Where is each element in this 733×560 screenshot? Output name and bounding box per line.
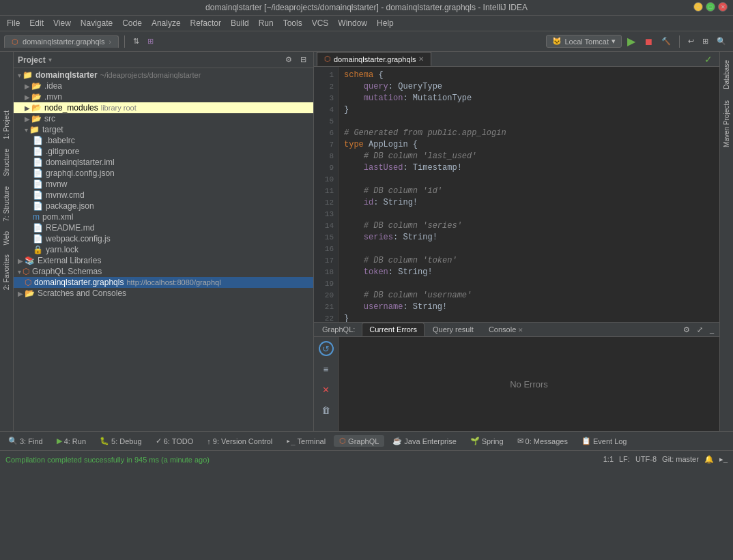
close-button[interactable]: ✕ [718,2,728,12]
tree-item-pom-xml[interactable]: m pom.xml [14,211,313,222]
status-tab-vcs[interactable]: ↑ 9: Version Control [201,436,278,447]
toolbar-vcs2-btn[interactable]: ⊞ [145,35,156,47]
maximize-button[interactable]: □ [706,2,715,12]
tree-item-mvnw-cmd[interactable]: 📄 mvnw.cmd [14,190,313,201]
menu-refactor[interactable]: Refactor [186,17,225,29]
code-line-20: # DB column 'username' [344,290,714,301]
tree-item-readme[interactable]: 📄 README.md [14,222,313,233]
code-line-16 [344,244,714,255]
tree-root[interactable]: ▾ 📁 domainqlstarter ~/ideaprojects/domai… [14,70,313,80]
find-icon: 🔍 [8,437,18,445]
side-tab-web[interactable]: Web [1,227,12,249]
toolbar-search-btn[interactable]: 🔍 [714,35,729,47]
tree-item-graphql-config[interactable]: 📄 graphql.config.json [14,168,313,179]
status-tab-find[interactable]: 🔍 3: Find [3,435,48,447]
menu-edit[interactable]: Edit [25,17,48,29]
run-config-label: Local Tomcat [564,38,609,46]
menu-run[interactable]: Run [255,17,278,29]
code-line-13 [344,209,714,220]
side-tab-project[interactable]: 1: Project [1,106,12,143]
code-content[interactable]: schema { query: QueryType mutation: Muta… [339,67,719,322]
menu-file[interactable]: File [3,17,24,29]
menu-help[interactable]: Help [373,17,398,29]
tree-item-src[interactable]: ▶ 📂 src [14,113,313,124]
toolbar-separator-2 [679,35,680,48]
status-tab-graphql[interactable]: ⬡ GraphQL [334,435,384,447]
vcs-icon: ↑ [207,437,211,445]
java-icon: ☕ [392,437,402,445]
tree-item-external-libs[interactable]: ▶ 📚 External Libraries [14,255,313,266]
code-line-11: # DB column 'id' [344,186,714,197]
run-config-dropdown[interactable]: 🐱 Local Tomcat ▾ [546,35,622,48]
bottom-settings-btn[interactable]: ⚙ [680,324,693,336]
status-message: Compilation completed successfully in 94… [5,456,598,464]
tree-item-mvn[interactable]: ▶ 📂 .mvn [14,91,313,102]
status-tab-event-log[interactable]: 📋 Event Log [576,435,633,447]
menu-code[interactable]: Code [118,17,146,29]
project-label: Project [18,55,46,65]
status-tab-todo[interactable]: ✓ 6: TODO [150,435,199,447]
refresh-button[interactable]: ↺ [319,341,334,356]
tree-item-graphql-schemas[interactable]: ▾ ⬡ GraphQL Schemas [14,266,313,277]
status-tab-spring[interactable]: 🌱 Spring [465,435,509,447]
stop-button[interactable]: ⏹ [641,35,656,48]
menu-vcs[interactable]: VCS [308,17,333,29]
toolbar-vcs-btn[interactable]: ⇅ [130,35,142,47]
tree-item-package-json[interactable]: 📄 package.json [14,201,313,211]
minimize-button[interactable]: − [693,2,703,12]
toolbar-layout-btn[interactable]: ⊞ [700,35,711,47]
editor-tab-bar: ⬡ domainqlstarter.graphqls ✕ ✓ [314,52,719,67]
status-tab-terminal[interactable]: ▸_ Terminal [281,435,331,447]
tree-item-idea[interactable]: ▶ 📂 .idea [14,80,313,91]
toolbar-undo-btn[interactable]: ↩ [685,35,697,47]
menu-window[interactable]: Window [334,17,371,29]
menu-tools[interactable]: Tools [279,17,306,29]
code-line-3: mutation: MutationType [344,93,714,104]
file-toolbar-tab[interactable]: ⬡ domainqlstarter.graphqls › [4,35,119,48]
app-title: domainqlstarter [~/ideaprojects/domainql… [205,3,528,12]
status-tab-messages[interactable]: ✉ 0: Messages [512,435,573,447]
tree-item-node-modules[interactable]: ▶ 📂 node_modules library root [14,102,313,113]
side-tab-favorites[interactable]: 2: Favorites [1,250,12,294]
project-expand-btn[interactable]: ⊟ [298,54,309,65]
menu-analyze[interactable]: Analyze [147,17,185,29]
status-position[interactable]: 1:1 [603,455,614,464]
tree-item-target[interactable]: ▾ 📁 target [14,124,313,135]
status-tab-java-enterprise[interactable]: ☕ Java Enterprise [387,435,461,447]
side-tab-maven[interactable]: Maven Projects [721,95,732,153]
bottom-tab-query-result[interactable]: Query result [426,323,480,336]
side-tab-7-structure[interactable]: 7: Structure [1,182,12,226]
status-lf[interactable]: LF: [619,455,630,464]
run-button[interactable]: ▶ [624,33,638,49]
menu-view[interactable]: View [49,17,75,29]
tree-item-babelrc[interactable]: 📄 .babelrc [14,135,313,146]
clear-button[interactable]: ✕ [319,382,334,397]
tree-item-yarn-lock[interactable]: 🔒 yarn.lock [14,244,313,255]
graphql-label: GraphQL: [317,323,360,336]
side-tab-structure-left[interactable]: Structure [1,145,12,181]
tree-item-gitignore[interactable]: 📄 .gitignore [14,146,313,157]
editor-tab-graphqls[interactable]: ⬡ domainqlstarter.graphqls ✕ [317,52,431,66]
menu-build[interactable]: Build [227,17,253,29]
side-tab-database[interactable]: Database [721,55,732,95]
console-tab-close[interactable]: ✕ [518,327,523,334]
list-button[interactable]: ≡ [319,362,334,377]
status-tab-run[interactable]: ▶ 4: Run [51,435,91,447]
code-editor[interactable]: 123 456 789 101112 131415 161718 192021 … [314,67,719,322]
status-encoding[interactable]: UTF-8 [635,455,657,464]
tree-item-scratches[interactable]: ▶ 📂 Scratches and Consoles [14,288,313,299]
bottom-tab-current-errors[interactable]: Current Errors [362,323,425,336]
bottom-expand-btn[interactable]: ⤢ [694,324,706,336]
toolbar-build-btn[interactable]: 🔨 [659,35,674,47]
bottom-tab-console[interactable]: Console✕ [482,323,530,336]
tree-item-mvnw[interactable]: 📄 mvnw [14,179,313,190]
tree-item-graphqlstarter[interactable]: ⬡ domainqlstarter.graphqls http://localh… [14,277,313,288]
tree-item-webpack[interactable]: 📄 webpack.config.js [14,233,313,244]
project-settings-btn[interactable]: ⚙ [283,54,295,65]
editor-tab-close[interactable]: ✕ [418,55,424,63]
menu-navigate[interactable]: Navigate [76,17,117,29]
tree-item-iml[interactable]: 📄 domainqlstarter.iml [14,157,313,168]
status-tab-debug[interactable]: 🐛 5: Debug [94,435,147,447]
delete-button[interactable]: 🗑 [319,402,334,417]
bottom-minimize-btn[interactable]: _ [707,324,717,335]
